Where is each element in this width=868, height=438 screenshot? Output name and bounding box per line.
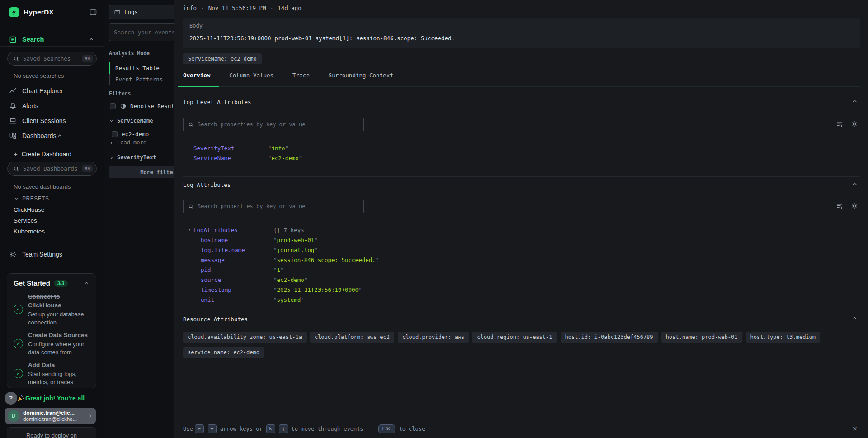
step-desc: Configure where your data comes from: [28, 340, 90, 356]
attribute-value[interactable]: 1: [274, 267, 284, 273]
chevron-up-icon[interactable]: [84, 280, 90, 286]
step-title: Create Data Sources: [28, 331, 90, 339]
triangle-down-icon[interactable]: ▾: [188, 228, 191, 232]
attribute-value[interactable]: journal.log: [274, 247, 318, 253]
sidebar-item-dashboards[interactable]: Dashboards: [0, 129, 104, 143]
preset-services[interactable]: Services: [14, 217, 37, 224]
bell-icon: [9, 102, 17, 110]
sidebar-item-alerts[interactable]: Alerts: [0, 98, 104, 113]
section-log-attributes: Log Attributes ▾LogAttributes: [183, 177, 860, 312]
chevron-up-icon[interactable]: [851, 98, 858, 105]
filter-group-name: SeverityText: [117, 154, 156, 161]
close-icon[interactable]: ×: [853, 425, 857, 433]
attribute-key[interactable]: unit: [193, 296, 274, 303]
chevron-up-icon[interactable]: [88, 36, 94, 43]
attribute-key[interactable]: message: [193, 257, 274, 263]
attribute-value[interactable]: systemd: [274, 296, 304, 303]
filter-group-servicename[interactable]: ServiceName: [109, 118, 153, 124]
saved-searches-input[interactable]: Saved Searches ⌘K: [7, 52, 97, 66]
collapse-sidebar-icon[interactable]: [89, 8, 97, 16]
gear-icon: [9, 251, 17, 258]
tab-surrounding-context[interactable]: Surrounding Context: [329, 70, 393, 86]
party-icon: [16, 395, 24, 402]
help-button[interactable]: ?: [5, 392, 17, 405]
attribute-value[interactable]: prod-web-01: [274, 237, 318, 243]
deploy-banner[interactable]: Ready to deploy on: [7, 427, 96, 438]
attribute-key[interactable]: timestamp: [193, 286, 274, 293]
attribute-row: unit systemd: [193, 295, 860, 305]
property-search[interactable]: [183, 118, 364, 131]
servicename-tag[interactable]: ServiceName: ec2-demo: [183, 53, 262, 64]
no-saved-searches-text: No saved searches: [14, 72, 64, 79]
attribute-value[interactable]: 2025-11-11T23:56:19+0000: [274, 286, 362, 293]
get-started-step-add-data[interactable]: ✓ Add Data Start sending logs, metrics, …: [14, 361, 90, 386]
resource-chip[interactable]: host.id: i-0abc123def456789: [561, 332, 658, 343]
collapse-lines-icon[interactable]: [836, 120, 844, 128]
chevron-down-icon: [109, 119, 114, 124]
create-dashboard-label: Create Dashboard: [22, 151, 71, 157]
ec2-demo-checkbox[interactable]: [112, 131, 118, 137]
resource-chip[interactable]: cloud.platform: aws_ec2: [310, 332, 394, 343]
attribute-value[interactable]: session-846.scope: Succeeded.: [274, 257, 379, 263]
gear-icon[interactable]: [851, 202, 858, 209]
sidebar-item-client-sessions[interactable]: Client Sessions: [0, 113, 104, 128]
property-search-input[interactable]: [198, 121, 359, 128]
denoise-icon: [120, 103, 127, 110]
resource-chip[interactable]: cloud.region: us-east-1: [472, 332, 557, 343]
load-more-button[interactable]: Load more: [109, 139, 146, 146]
attribute-value[interactable]: ec2-demo: [274, 276, 307, 283]
attribute-key[interactable]: ServiceName: [193, 155, 268, 162]
team-settings-label: Team Settings: [22, 251, 62, 258]
saved-dashboards-placeholder: Saved Dashboards: [23, 165, 77, 172]
attribute-row: ServiceName ec2-demo: [193, 153, 860, 163]
footer-text: Use: [183, 426, 193, 432]
tab-overview[interactable]: Overview: [183, 70, 210, 86]
gear-icon[interactable]: [851, 120, 858, 128]
event-timestamp: Nov 11 5:56:19 PM: [208, 5, 266, 11]
attribute-value[interactable]: ec2-demo: [268, 155, 302, 162]
attribute-value[interactable]: info: [268, 145, 288, 152]
attribute-key[interactable]: log.file.name: [193, 247, 274, 253]
user-menu[interactable]: D dominic.tran@clic... dominic.tran@clic…: [5, 408, 96, 424]
attribute-key[interactable]: hostname: [193, 237, 274, 243]
attribute-tree-root: ▾LogAttributes {} 7 keys: [193, 225, 860, 235]
sidebar-item-label: Chart Explorer: [22, 87, 63, 95]
sidebar-item-chart-explorer[interactable]: Chart Explorer: [0, 83, 104, 98]
property-search[interactable]: [183, 200, 364, 213]
resource-chip[interactable]: cloud.availability_zone: us-east-1a: [183, 332, 307, 343]
tab-column-values[interactable]: Column Values: [229, 70, 274, 86]
chevron-up-icon[interactable]: [851, 315, 858, 322]
search-icon: [188, 204, 194, 209]
resource-chip[interactable]: host.name: prod-web-01: [661, 332, 742, 343]
preset-kubernetes[interactable]: Kubernetes: [14, 228, 45, 235]
preset-clickhouse[interactable]: ClickHouse: [14, 206, 44, 213]
chevron-up-icon[interactable]: [851, 181, 858, 187]
attribute-key[interactable]: pid: [193, 267, 274, 273]
sidebar-section-search[interactable]: Search: [0, 33, 104, 47]
filter-value-ec2-demo[interactable]: ec2-demo: [112, 131, 149, 138]
sidebar-item-label: Dashboards: [22, 132, 57, 139]
tree-root-key[interactable]: ▾LogAttributes: [193, 227, 274, 233]
saved-dashboards-input[interactable]: Saved Dashboards ⌘K: [7, 162, 97, 176]
chevron-right-icon: [109, 140, 114, 145]
filter-group-severitytext[interactable]: SeverityText: [109, 154, 156, 161]
presets-toggle[interactable]: PRESETS: [14, 195, 49, 202]
attribute-key[interactable]: source: [193, 276, 274, 283]
resource-chip[interactable]: host.type: t3.medium: [746, 332, 821, 343]
denoise-results-filter[interactable]: Denoise Results: [110, 103, 181, 110]
step-desc: Start sending logs, metrics, or traces: [28, 370, 90, 386]
attribute-key[interactable]: SeverityText: [193, 145, 268, 152]
resource-chip[interactable]: cloud.provider: aws: [398, 332, 469, 343]
denoise-checkbox[interactable]: [110, 103, 116, 109]
sidebar-item-team-settings[interactable]: Team Settings: [0, 248, 104, 260]
chevron-up-icon[interactable]: [57, 133, 63, 139]
relative-time: 14d ago: [278, 5, 302, 11]
collapse-lines-icon[interactable]: [836, 202, 844, 209]
create-dashboard-button[interactable]: + Create Dashboard: [14, 149, 71, 158]
resource-chip[interactable]: service.name: ec2-demo: [183, 347, 264, 358]
get-started-step-sources[interactable]: ✓ Create Data Sources Configure where yo…: [14, 331, 90, 356]
chart-line-icon: [9, 87, 17, 95]
tab-trace[interactable]: Trace: [292, 70, 310, 86]
get-started-step-connect[interactable]: ✓ Connect to ClickHouse Set up your data…: [14, 292, 90, 326]
property-search-input[interactable]: [198, 203, 359, 209]
